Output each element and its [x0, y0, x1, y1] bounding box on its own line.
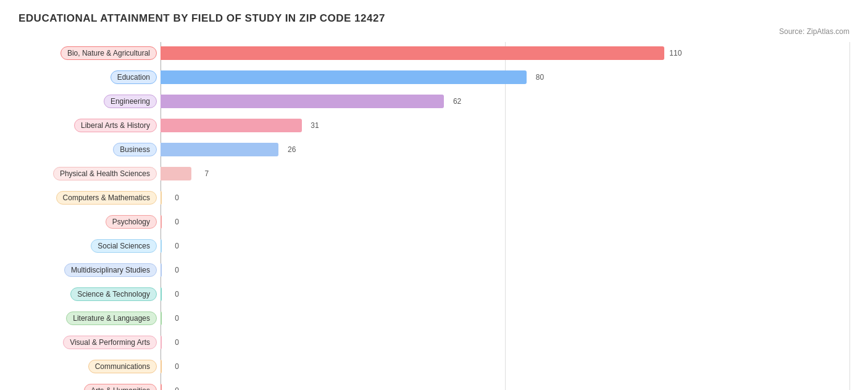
bar-value-label: 0: [175, 290, 179, 299]
bar-label-pill: Computers & Mathematics: [56, 191, 157, 205]
bar-value-label: 0: [175, 218, 179, 226]
chart-area: Bio, Nature & Agricultural110Education80…: [19, 42, 849, 390]
bar-container: 0: [161, 283, 849, 305]
label-container: Liberal Arts & History: [19, 119, 161, 132]
bar-label-pill: Liberal Arts & History: [74, 119, 157, 132]
bar-container: 26: [161, 138, 849, 161]
bar: 0: [161, 239, 162, 253]
label-container: Education: [19, 70, 161, 84]
bar: 0: [161, 312, 162, 325]
bar-row: Liberal Arts & History31: [19, 114, 849, 137]
bar-value-label: 7: [204, 169, 209, 178]
bar-row: Communications0: [19, 355, 849, 378]
bar-value-label: 0: [175, 338, 179, 347]
bar: 0: [161, 360, 162, 373]
bar-value-label: 62: [453, 97, 461, 106]
label-container: Psychology: [19, 215, 161, 229]
label-container: Bio, Nature & Agricultural: [19, 46, 161, 60]
bar: 0: [161, 215, 162, 229]
bar-label-pill: Multidisciplinary Studies: [64, 263, 157, 277]
bar-row: Multidisciplinary Studies0: [19, 259, 849, 281]
bar-label-pill: Psychology: [106, 215, 157, 229]
bar-row: Literature & Languages0: [19, 307, 849, 329]
bar-row: Arts & Humanities0: [19, 379, 849, 390]
bar-container: 0: [161, 355, 849, 378]
label-container: Physical & Health Sciences: [19, 167, 161, 180]
bar-value-label: 0: [175, 266, 179, 274]
bar: 0: [161, 287, 162, 301]
bar-value-label: 0: [175, 193, 179, 202]
bar-value-label: 0: [175, 314, 179, 323]
bar-label-pill: Science & Technology: [70, 287, 157, 301]
bar-container: 0: [161, 259, 849, 281]
bar-row: Computers & Mathematics0: [19, 187, 849, 209]
label-container: Social Sciences: [19, 239, 161, 253]
bar-label-pill: Engineering: [104, 95, 157, 108]
bar-row: Science & Technology0: [19, 283, 849, 305]
bar-row: Social Sciences0: [19, 235, 849, 257]
label-container: Literature & Languages: [19, 312, 161, 325]
label-container: Multidisciplinary Studies: [19, 263, 161, 277]
bar-value-label: 0: [175, 386, 179, 390]
bar-label-pill: Business: [113, 143, 157, 156]
label-container: Science & Technology: [19, 287, 161, 301]
bar-label-pill: Literature & Languages: [66, 312, 157, 325]
bar-label-pill: Communications: [88, 360, 157, 373]
bar-label-pill: Social Sciences: [91, 239, 157, 253]
bar: 80: [161, 70, 527, 84]
bar-value-label: 26: [288, 145, 296, 154]
bar-container: 0: [161, 187, 849, 209]
bar: 0: [161, 263, 162, 277]
bar-label-pill: Visual & Performing Arts: [63, 336, 157, 349]
bar-value-label: 0: [175, 242, 179, 250]
bar-label-pill: Education: [111, 70, 157, 84]
bar-container: 0: [161, 307, 849, 329]
bar-container: 80: [161, 66, 849, 88]
source-label: Source: ZipAtlas.com: [19, 27, 849, 36]
chart-title: EDUCATIONAL ATTAINMENT BY FIELD OF STUDY…: [19, 12, 849, 25]
bar-container: 0: [161, 379, 849, 390]
bar-container: 0: [161, 211, 849, 233]
bar-row: Education80: [19, 66, 849, 88]
bar-row: Bio, Nature & Agricultural110: [19, 42, 849, 64]
bar-value-label: 80: [536, 73, 544, 82]
label-container: Business: [19, 143, 161, 156]
bar-container: 31: [161, 114, 849, 137]
bar: 62: [161, 95, 444, 108]
grid-line: [849, 42, 850, 390]
bar-value-label: 110: [669, 49, 682, 57]
bar-container: 0: [161, 331, 849, 354]
bar-container: 62: [161, 90, 849, 112]
bar: 31: [161, 119, 302, 132]
bar: 7: [161, 167, 191, 180]
bar: 0: [161, 191, 162, 205]
bar-row: Business26: [19, 138, 849, 161]
bar: 26: [161, 143, 278, 156]
bar-value-label: 31: [311, 121, 319, 130]
bar-container: 110: [161, 42, 849, 64]
bar-container: 0: [161, 235, 849, 257]
bar-row: Engineering62: [19, 90, 849, 112]
bar-label-pill: Arts & Humanities: [84, 384, 157, 390]
label-container: Visual & Performing Arts: [19, 336, 161, 349]
label-container: Computers & Mathematics: [19, 191, 161, 205]
label-container: Communications: [19, 360, 161, 373]
bar: 110: [161, 46, 664, 60]
bar-container: 7: [161, 163, 849, 185]
bar-label-pill: Physical & Health Sciences: [53, 167, 157, 180]
label-container: Engineering: [19, 95, 161, 108]
label-container: Arts & Humanities: [19, 384, 161, 390]
bar-value-label: 0: [175, 362, 179, 371]
bar-row: Visual & Performing Arts0: [19, 331, 849, 354]
bar-label-pill: Bio, Nature & Agricultural: [61, 46, 157, 60]
bar: 0: [161, 384, 162, 390]
bar-row: Physical & Health Sciences7: [19, 163, 849, 185]
bar-row: Psychology0: [19, 211, 849, 233]
bar: 0: [161, 336, 162, 349]
